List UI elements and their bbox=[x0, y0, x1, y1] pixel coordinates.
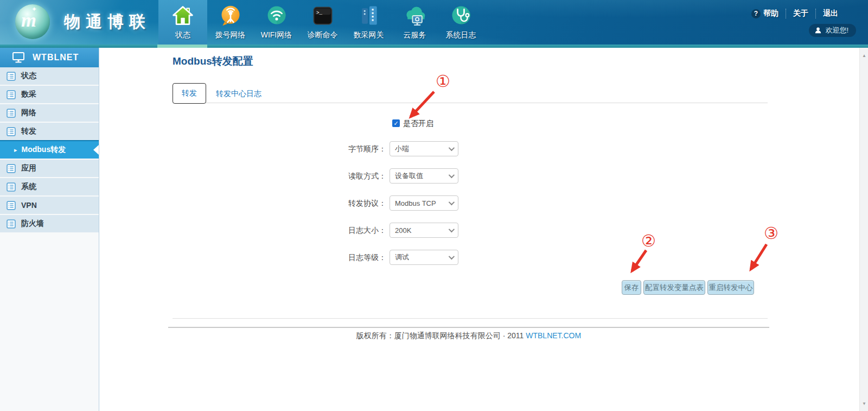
footer-link[interactable]: WTBLNET.COM bbox=[526, 331, 581, 340]
annotation-number-3: ③ bbox=[764, 225, 778, 242]
broadcast-icon bbox=[219, 3, 242, 29]
top-nav: 状态 拨号网络 bbox=[158, 0, 484, 45]
chevron-down-icon bbox=[449, 254, 455, 260]
list-icon bbox=[7, 109, 16, 118]
top-nav-item-dialup-network[interactable]: 拨号网络 bbox=[207, 0, 253, 45]
wifi-icon bbox=[265, 3, 289, 29]
forward-protocol-select[interactable]: Modbus TCP bbox=[390, 195, 458, 211]
byte-order-select[interactable]: 小端 bbox=[390, 141, 458, 156]
footer-divider bbox=[168, 327, 769, 328]
help-link[interactable]: ? 帮助 bbox=[744, 9, 786, 18]
content-divider bbox=[173, 318, 768, 319]
sidebar-header: WTBLNET bbox=[0, 48, 99, 67]
list-icon bbox=[7, 164, 16, 173]
top-nav-item-status[interactable]: 状态 bbox=[158, 0, 207, 45]
sidebar-item-vpn[interactable]: VPN bbox=[0, 197, 99, 214]
header-active-strip bbox=[157, 45, 207, 48]
header-bar: m ✦ 物通博联 状态 bbox=[0, 0, 868, 45]
chevron-down-icon bbox=[449, 199, 455, 205]
list-icon bbox=[7, 90, 16, 99]
restart-forward-center-button[interactable]: 重启转发中心 bbox=[707, 280, 754, 295]
svg-text:>_: >_ bbox=[316, 10, 322, 16]
sidebar-item-application[interactable]: 应用 bbox=[0, 160, 99, 177]
stethoscope-icon bbox=[449, 3, 473, 29]
sidebar-item-firewall[interactable]: 防火墙 bbox=[0, 215, 99, 232]
log-size-select[interactable]: 200K bbox=[390, 223, 458, 238]
chevron-down-icon bbox=[449, 226, 455, 232]
top-nav-item-data-gateway[interactable]: 数采网关 bbox=[346, 0, 392, 45]
read-mode-label: 读取方式： bbox=[304, 168, 386, 184]
page: m ✦ 物通博联 状态 bbox=[0, 0, 868, 411]
caret-right-icon: ▸ bbox=[14, 147, 17, 154]
chevron-down-icon bbox=[449, 172, 455, 178]
top-nav-item-wifi-network[interactable]: WIFI网络 bbox=[253, 0, 299, 45]
footer-copyright: 版权所有：厦门物通博联网络科技有限公司 · 2011 WTBLNET.COM bbox=[168, 331, 769, 341]
about-link[interactable]: 关于 bbox=[786, 9, 815, 18]
sidebar-item-data-collection[interactable]: 数采 bbox=[0, 86, 99, 103]
sidebar: WTBLNET 状态 数采 网络 bbox=[0, 48, 99, 411]
list-icon bbox=[7, 72, 16, 81]
welcome-badge[interactable]: 欢迎您! bbox=[809, 24, 856, 37]
home-icon bbox=[171, 3, 195, 29]
annotation-number-2: ② bbox=[641, 233, 656, 249]
list-icon bbox=[7, 127, 16, 136]
question-icon: ? bbox=[751, 9, 761, 18]
tab-forward[interactable]: 转发 bbox=[173, 83, 206, 104]
annotation-number-1: ① bbox=[436, 73, 450, 90]
top-nav-item-diagnostic-command[interactable]: >_ 诊断命令 bbox=[299, 0, 346, 45]
top-nav-item-system-log[interactable]: 系统日志 bbox=[438, 0, 484, 45]
log-level-select[interactable]: 调试 bbox=[390, 250, 458, 265]
list-icon bbox=[7, 201, 16, 210]
list-icon bbox=[7, 182, 16, 192]
enable-checkbox-label: 是否开启 bbox=[403, 119, 433, 129]
byte-order-label: 字节顺序： bbox=[304, 141, 386, 156]
sidebar-item-status[interactable]: 状态 bbox=[0, 67, 99, 85]
utility-links: ? 帮助 关于 退出 bbox=[744, 9, 845, 18]
brand-logo: m ✦ 物通博联 bbox=[15, 4, 151, 39]
read-mode-select[interactable]: 设备取值 bbox=[390, 168, 458, 184]
page-title: Modbus转发配置 bbox=[173, 54, 253, 68]
cloud-monitor-icon bbox=[403, 3, 427, 29]
sidebar-header-label: WTBLNET bbox=[33, 53, 79, 62]
selected-notch bbox=[93, 145, 99, 155]
vertical-scrollbar[interactable]: ▲ ▼ bbox=[859, 48, 868, 411]
scroll-down-icon[interactable]: ▼ bbox=[860, 399, 868, 408]
user-icon bbox=[814, 27, 822, 34]
sidebar-item-forward[interactable]: 转发 bbox=[0, 123, 99, 140]
sidebar-item-modbus-forward[interactable]: ▸ Modbus转发 bbox=[0, 140, 99, 159]
chevron-down-icon bbox=[449, 145, 455, 151]
header-teal-strip bbox=[0, 45, 868, 48]
list-icon bbox=[7, 219, 16, 229]
log-level-label: 日志等级： bbox=[304, 250, 386, 265]
log-size-label: 日志大小： bbox=[304, 223, 386, 238]
scroll-up-icon[interactable]: ▲ bbox=[860, 51, 868, 60]
enable-checkbox[interactable]: ✓ bbox=[392, 119, 400, 127]
terminal-icon: >_ bbox=[311, 3, 335, 29]
forward-protocol-label: 转发协议： bbox=[304, 195, 386, 211]
server-gateway-icon bbox=[357, 3, 381, 29]
logout-link[interactable]: 退出 bbox=[815, 9, 845, 18]
top-nav-item-cloud-service[interactable]: 云服务 bbox=[392, 0, 438, 45]
configure-forward-variable-table-button[interactable]: 配置转发变量点表 bbox=[643, 280, 705, 295]
brand-sphere-icon: m ✦ bbox=[15, 4, 50, 39]
tab-forward-center-log[interactable]: 转发中心日志 bbox=[216, 89, 261, 99]
sidebar-item-network[interactable]: 网络 bbox=[0, 104, 99, 122]
monitor-icon bbox=[12, 52, 25, 64]
sidebar-item-system[interactable]: 系统 bbox=[0, 178, 99, 195]
brand-name: 物通博联 bbox=[64, 11, 151, 33]
save-button[interactable]: 保存 bbox=[622, 280, 641, 295]
tabs-divider bbox=[173, 103, 768, 103]
